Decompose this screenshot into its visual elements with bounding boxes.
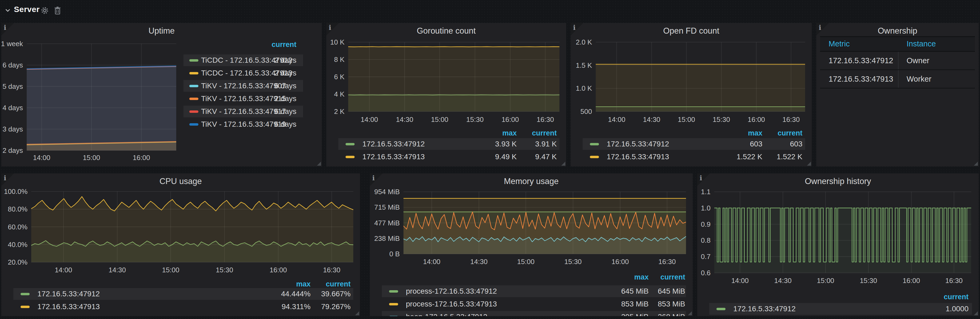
panel-uptime: i Uptime 2 days3 days4 days5 days6 days1… [2, 23, 322, 167]
panel-title[interactable]: Open FD count [571, 26, 812, 36]
panel-title[interactable]: Ownership history [697, 176, 978, 186]
x-axis-label: 16:00 [258, 266, 298, 274]
panel-resize-handle[interactable] [355, 311, 359, 315]
legend-value-current: 3.91 K [535, 140, 557, 148]
x-axis-label: 15:00 [420, 116, 460, 124]
chart-canvas[interactable] [404, 192, 686, 254]
panel-title[interactable]: Memory usage [370, 176, 693, 186]
legend-value-current: 2 days [275, 56, 297, 65]
legend-series-color [21, 306, 30, 308]
x-axis-label: 15:00 [506, 258, 546, 266]
legend-column-header-current[interactable]: current [272, 41, 296, 49]
panel-cpu-usage: i CPU usage 20.0%40.0%60.0%80.0%100.0%14… [2, 173, 360, 316]
y-axis-label: 1.5 K [571, 61, 592, 70]
y-axis-label: 40.0% [2, 241, 27, 249]
panel-title[interactable]: CPU usage [2, 176, 360, 186]
chart-plot-area [714, 192, 971, 273]
legend-row[interactable]: process-172.16.5.33:47913853 MiB853 MiB [382, 298, 686, 310]
x-axis-label: 16:00 [121, 154, 162, 162]
panel-open-fd-count: i Open FD count 5001.0 K1.5 K2.0 K14:001… [571, 23, 812, 167]
x-axis-label: 15:00 [666, 116, 706, 124]
panel-resize-handle[interactable] [561, 162, 565, 166]
legend-column-header-max[interactable]: max [296, 280, 310, 288]
panel-resize-handle[interactable] [807, 162, 811, 166]
legend-row[interactable]: 172.16.5.33:4791394.311%79.267% [13, 301, 353, 313]
chart-plot-area [31, 192, 353, 262]
legend-series-name: 172.16.5.33:47912 [362, 140, 425, 148]
legend-row[interactable]: TiKV - 172.16.5.33:479076 days [183, 80, 303, 92]
legend-value-max: 9.49 K [495, 152, 517, 161]
chevron-down-icon[interactable] [4, 7, 11, 15]
legend-column-header-current[interactable]: current [660, 273, 685, 281]
x-axis-label: 16:00 [736, 116, 776, 124]
x-axis-label: 14:00 [597, 116, 636, 124]
panel-title[interactable]: Ownership [816, 26, 978, 36]
legend-row[interactable]: 172.16.5.33:4791244.444%39.667% [13, 288, 353, 300]
y-axis-label: 954 MiB [370, 188, 400, 196]
y-axis-label: 2 K [326, 108, 344, 116]
x-axis-label: 15:30 [553, 258, 593, 266]
legend-row[interactable]: TiCDC - 172.16.5.33:479122 days [183, 54, 303, 66]
y-axis-label: 1.1 [697, 188, 711, 196]
legend-column-header-current[interactable]: current [778, 129, 802, 137]
grafana-dashboard: { "header": { "title": "Server", "icons"… [0, 0, 980, 319]
legend-row[interactable]: TiKV - 172.16.5.33:479196 days [183, 118, 303, 130]
legend-column-header-max[interactable]: max [634, 273, 649, 281]
y-axis-label: 1.0 K [571, 84, 592, 92]
trash-icon-svg [54, 6, 61, 15]
series-fill-yellow [31, 197, 353, 262]
legend-value-current: 268 MiB [658, 313, 685, 316]
legend-row[interactable]: 172.16.5.33:479121.0000 [709, 303, 972, 315]
legend-column-header-current[interactable]: current [532, 129, 557, 137]
panel-resize-handle[interactable] [974, 162, 978, 166]
legend-row[interactable]: 172.16.5.33:479131.522 K1.522 K [583, 151, 805, 163]
legend-row[interactable]: 172.16.5.33:47912603603 [583, 138, 805, 150]
panel-resize-handle[interactable] [974, 311, 978, 315]
table-header-metric[interactable]: Metric [829, 40, 850, 48]
ownership-table: MetricInstance172.16.5.33:47912Owner172.… [820, 36, 975, 89]
x-axis-label: 14:30 [763, 276, 803, 285]
chevron-down-icon-svg [4, 7, 11, 14]
legend-row[interactable]: 172.16.5.33:479123.93 K3.91 K [338, 138, 559, 150]
chart-plot-area [27, 44, 176, 151]
table-row[interactable]: 172.16.5.33:47913Worker [820, 70, 975, 89]
legend-column-header-max[interactable]: max [502, 129, 517, 137]
legend-column-header-max[interactable]: max [748, 129, 762, 137]
legend-row[interactable]: TiKV - 172.16.5.33:479152 days [183, 93, 303, 105]
legend-row[interactable]: heap-172.16.5.33:47912295 MiB268 MiB [382, 311, 686, 316]
legend-column-header-current[interactable]: current [326, 280, 351, 288]
y-axis-label: 500 [571, 108, 592, 116]
chart-canvas[interactable] [31, 192, 353, 262]
legend-row[interactable]: 172.16.5.33:479139.49 K9.47 K [338, 151, 559, 163]
y-axis-label: 3 days [2, 125, 23, 133]
gear-icon[interactable] [41, 6, 49, 16]
chart-canvas[interactable] [714, 192, 971, 273]
table-header-instance[interactable]: Instance [907, 40, 936, 48]
y-axis-label: 8 K [326, 56, 344, 64]
panel-title[interactable]: Uptime [2, 26, 322, 36]
x-axis-label: 16:00 [600, 258, 640, 266]
chart-canvas[interactable] [348, 42, 559, 111]
trash-icon[interactable] [54, 6, 61, 16]
legend-row[interactable]: TiCDC - 172.16.5.33:479132 days [183, 67, 303, 79]
legend-column-header-current[interactable]: current [944, 293, 969, 301]
panel-ownership-history: i Ownership history 0.60.70.80.91.01.114… [697, 173, 978, 316]
chart-canvas[interactable] [27, 44, 176, 151]
panel-resize-handle[interactable] [317, 162, 321, 166]
series-fill-yellow [348, 47, 559, 111]
row-title[interactable]: Server [14, 5, 40, 14]
x-axis-label: 16:30 [934, 276, 974, 285]
legend-series-name: TiKV - 172.16.5.33:47907 [201, 82, 286, 90]
chart-canvas[interactable] [596, 42, 805, 111]
legend-row[interactable]: TiKV - 172.16.5.33:479176 days [183, 106, 303, 117]
legend-value-current: 2 days [275, 69, 297, 77]
y-axis-label: 715 MiB [370, 203, 400, 211]
x-axis-label: 14:00 [720, 276, 760, 285]
panel-title[interactable]: Goroutine count [326, 26, 566, 36]
panel-resize-handle[interactable] [688, 311, 692, 315]
table-row[interactable]: 172.16.5.33:47912Owner [820, 52, 975, 70]
legend-series-name: 172.16.5.33:47912 [607, 140, 669, 148]
dashboard-row-header[interactable]: Server [0, 0, 980, 21]
legend-row[interactable]: process-172.16.5.33:47912645 MiB645 MiB [382, 286, 686, 297]
legend-series-color [189, 59, 199, 62]
